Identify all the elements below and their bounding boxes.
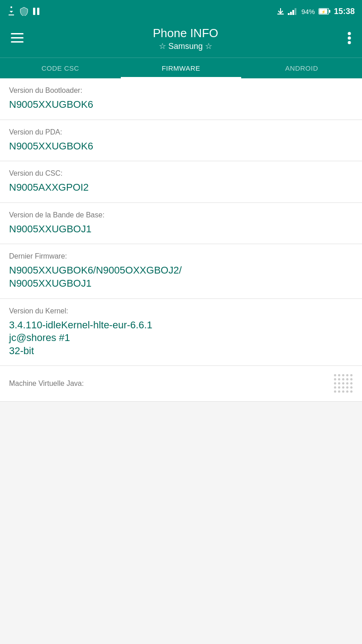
- dots-grid-icon: [334, 374, 353, 393]
- download-icon: [277, 8, 284, 15]
- pda-row: Version du PDA: N9005XXUGBOK6: [0, 120, 362, 162]
- svg-rect-6: [295, 8, 296, 15]
- status-bar-left-icons: [7, 6, 40, 16]
- bootloader-value: N9005XXUGBOK6: [9, 98, 353, 111]
- tab-android[interactable]: ANDROID: [241, 58, 362, 78]
- kernel-row: Version du Kernel: 3.4.110-idleKernel-hl…: [0, 299, 362, 366]
- status-bar: 94% ⚡ 15:38: [0, 0, 362, 23]
- bootloader-row: Version du Bootloader: N9005XXUGBOK6: [0, 78, 362, 120]
- latest-firmware-value: N9005XXUGBOK6/N9005OXXGBOJ2/ N9005XXUGBO…: [9, 264, 353, 290]
- svg-rect-12: [11, 37, 24, 38]
- svg-point-14: [348, 32, 351, 35]
- kernel-value: 3.4.110-idleKernel-hlte-eur-6.6.1 jc@sho…: [9, 319, 353, 358]
- svg-rect-4: [290, 12, 292, 15]
- baseband-label: Version de la Bande de Base:: [9, 211, 353, 219]
- baseband-value: N9005XXUGBOJ1: [9, 223, 353, 236]
- svg-text:⚡: ⚡: [321, 10, 326, 14]
- tab-firmware[interactable]: FIRMWARE: [121, 58, 242, 78]
- firmware-content: Version du Bootloader: N9005XXUGBOK6 Ver…: [0, 78, 362, 402]
- hamburger-button[interactable]: [7, 29, 27, 48]
- app-title: Phone INFO: [153, 26, 219, 40]
- app-subtitle: ☆ Samsung ☆: [159, 41, 212, 51]
- pda-value: N9005XXUGBOK6: [9, 140, 353, 153]
- svg-rect-11: [11, 33, 24, 34]
- baseband-row: Version de la Bande de Base: N9005XXUGBO…: [0, 203, 362, 245]
- csc-label: Version du CSC:: [9, 169, 353, 178]
- tab-bar: CODE CSC FIRMWARE ANDROID: [0, 58, 362, 78]
- svg-point-15: [348, 36, 351, 39]
- csc-value: N9005AXXGPOI2: [9, 181, 353, 194]
- svg-rect-2: [37, 8, 39, 15]
- battery-icon: ⚡: [319, 8, 330, 14]
- svg-rect-5: [292, 10, 294, 15]
- shield-icon: [20, 7, 28, 16]
- svg-rect-8: [329, 10, 330, 13]
- jvm-label: Machine Virtuelle Java:: [9, 380, 84, 388]
- bootloader-label: Version du Bootloader:: [9, 87, 353, 95]
- signal-icon: [288, 8, 298, 15]
- bottom-area: [0, 402, 362, 456]
- svg-rect-3: [288, 13, 290, 15]
- kernel-label: Version du Kernel:: [9, 307, 353, 315]
- time-display: 15:38: [334, 7, 355, 16]
- more-options-button[interactable]: [344, 28, 355, 50]
- tab-code-csc[interactable]: CODE CSC: [0, 58, 121, 78]
- latest-firmware-row: Dernier Firmware: N9005XXUGBOK6/N9005OXX…: [0, 244, 362, 298]
- jvm-row: Machine Virtuelle Java:: [0, 366, 362, 402]
- more-options-icon: [348, 32, 351, 44]
- status-bar-right-icons: 94% ⚡ 15:38: [277, 7, 355, 16]
- svg-point-0: [10, 6, 12, 8]
- latest-firmware-label: Dernier Firmware:: [9, 252, 353, 260]
- svg-rect-1: [33, 8, 35, 15]
- app-bar: Phone INFO ☆ Samsung ☆: [0, 23, 362, 58]
- battery-percentage: 94%: [301, 8, 315, 15]
- pda-label: Version du PDA:: [9, 128, 353, 136]
- hamburger-icon: [11, 33, 24, 43]
- csc-row: Version du CSC: N9005AXXGPOI2: [0, 161, 362, 203]
- pause-icon: [33, 7, 40, 15]
- svg-rect-13: [11, 41, 24, 43]
- app-bar-center: Phone INFO ☆ Samsung ☆: [27, 26, 344, 51]
- usb-icon: [7, 6, 15, 16]
- svg-point-16: [348, 41, 351, 44]
